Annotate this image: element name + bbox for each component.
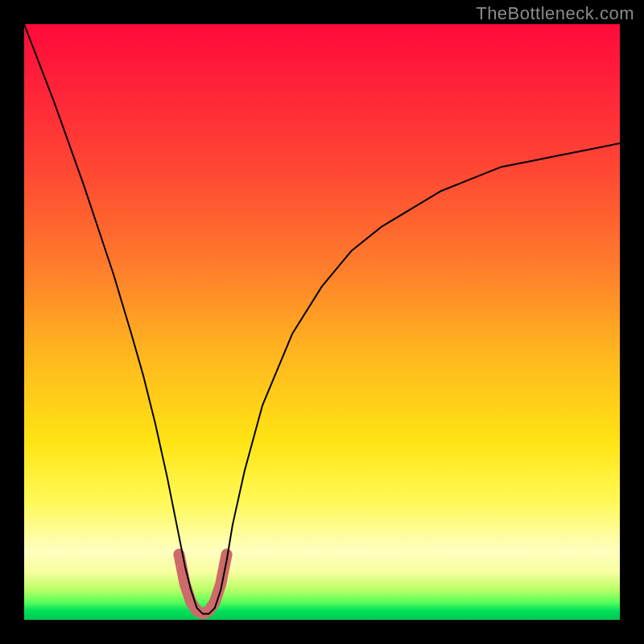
curve-layer	[24, 24, 620, 620]
watermark-text: TheBottleneck.com	[476, 3, 634, 24]
bottleneck-curve-line	[24, 24, 620, 614]
plot-area	[24, 24, 620, 620]
chart-frame: TheBottleneck.com	[0, 0, 644, 644]
trough-marker-line	[179, 555, 226, 614]
